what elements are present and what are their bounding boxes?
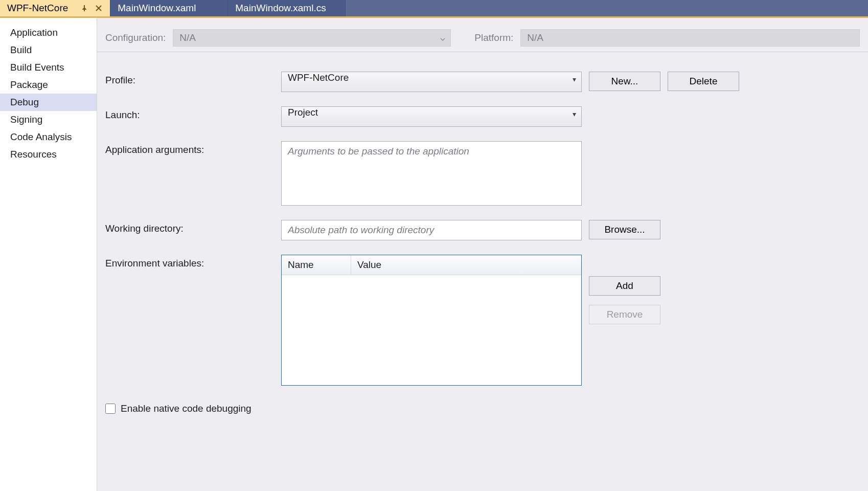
add-env-button[interactable]: Add [589, 276, 660, 296]
native-debug-checkbox[interactable] [105, 404, 116, 414]
delete-profile-button[interactable]: Delete [668, 72, 739, 91]
tab-label: MainWindow.xaml [118, 3, 196, 14]
sidebar-item-build-events[interactable]: Build Events [0, 59, 97, 76]
configuration-value: N/A [179, 32, 196, 43]
chevron-down-icon: ▾ [573, 75, 576, 83]
configuration-bar: Configuration: N/A Platform: N/A [97, 18, 868, 52]
chevron-down-icon: ▾ [573, 110, 576, 118]
env-vars-grid[interactable]: Name Value [281, 255, 582, 386]
sidebar-item-application[interactable]: Application [0, 24, 97, 41]
sidebar-item-debug[interactable]: Debug [0, 94, 97, 111]
working-dir-label: Working directory: [105, 220, 274, 234]
pin-icon[interactable] [80, 3, 88, 14]
document-tab-strip: WPF-NetCore MainWindow.xaml MainWindow.x… [0, 0, 868, 18]
new-profile-button[interactable]: New... [589, 72, 660, 91]
native-debug-label: Enable native code debugging [121, 403, 252, 414]
platform-value: N/A [527, 32, 543, 43]
sidebar-item-signing[interactable]: Signing [0, 111, 97, 128]
launch-label: Launch: [105, 106, 274, 121]
platform-label: Platform: [474, 32, 513, 43]
configuration-dropdown[interactable]: N/A [173, 29, 451, 47]
sidebar-item-resources[interactable]: Resources [0, 146, 97, 163]
env-vars-label: Environment variables: [105, 255, 274, 269]
app-args-label: Application arguments: [105, 141, 274, 155]
profile-combo[interactable]: WPF-NetCore ▾ [281, 72, 582, 92]
chevron-down-icon [440, 32, 445, 43]
profile-label: Profile: [105, 72, 274, 86]
env-header-value[interactable]: Value [351, 255, 581, 275]
tab-label: MainWindow.xaml.cs [235, 3, 326, 14]
configuration-label: Configuration: [105, 32, 166, 43]
sidebar-item-build[interactable]: Build [0, 41, 97, 59]
properties-sidebar: Application Build Build Events Package D… [0, 18, 97, 491]
remove-env-button[interactable]: Remove [589, 305, 660, 324]
browse-button[interactable]: Browse... [589, 220, 660, 239]
platform-dropdown[interactable]: N/A [520, 29, 860, 47]
tab-mainwindow-xaml[interactable]: MainWindow.xaml [110, 0, 228, 16]
tab-project-properties[interactable]: WPF-NetCore [0, 0, 110, 16]
launch-combo[interactable]: Project ▾ [281, 106, 582, 127]
sidebar-item-package[interactable]: Package [0, 76, 97, 94]
sidebar-item-code-analysis[interactable]: Code Analysis [0, 128, 97, 146]
launch-value: Project [288, 107, 318, 118]
close-icon[interactable] [95, 3, 103, 14]
tab-mainwindow-xaml-cs[interactable]: MainWindow.xaml.cs [228, 0, 346, 16]
env-header-name[interactable]: Name [282, 255, 351, 275]
working-dir-input[interactable] [281, 220, 582, 240]
app-args-input[interactable] [281, 141, 582, 206]
profile-value: WPF-NetCore [288, 72, 349, 83]
tab-label: WPF-NetCore [7, 3, 68, 14]
